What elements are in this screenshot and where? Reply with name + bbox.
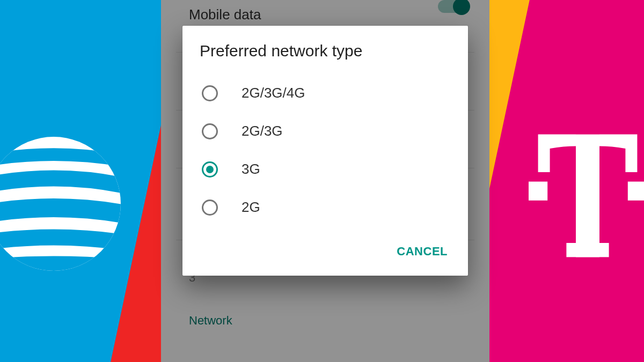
option-2g[interactable]: 2G bbox=[182, 188, 468, 226]
radio-icon bbox=[202, 200, 218, 216]
option-3g[interactable]: 3G bbox=[182, 150, 468, 188]
radio-icon bbox=[202, 85, 218, 101]
svg-rect-5 bbox=[628, 182, 644, 201]
radio-icon bbox=[202, 123, 218, 139]
preferred-network-dialog: Preferred network type 2G/3G/4G 2G/3G 3G… bbox=[182, 26, 468, 276]
option-label: 2G/3G/4G bbox=[241, 85, 305, 101]
tmobile-t-icon bbox=[529, 121, 644, 271]
stage: Mobile data Access data using mobile net… bbox=[0, 0, 644, 362]
svg-rect-3 bbox=[566, 243, 609, 257]
svg-rect-4 bbox=[529, 182, 547, 201]
att-globe-icon bbox=[0, 137, 121, 271]
svg-rect-2 bbox=[576, 135, 599, 257]
dialog-title: Preferred network type bbox=[182, 42, 468, 74]
radio-icon-selected bbox=[202, 161, 218, 178]
option-2g-3g-4g[interactable]: 2G/3G/4G bbox=[182, 74, 468, 112]
option-label: 2G bbox=[241, 199, 260, 216]
option-2g-3g[interactable]: 2G/3G bbox=[182, 112, 468, 150]
dialog-actions: CANCEL bbox=[182, 226, 468, 267]
cancel-button[interactable]: CANCEL bbox=[390, 240, 454, 263]
option-label: 3G bbox=[241, 161, 260, 178]
option-label: 2G/3G bbox=[241, 123, 283, 139]
